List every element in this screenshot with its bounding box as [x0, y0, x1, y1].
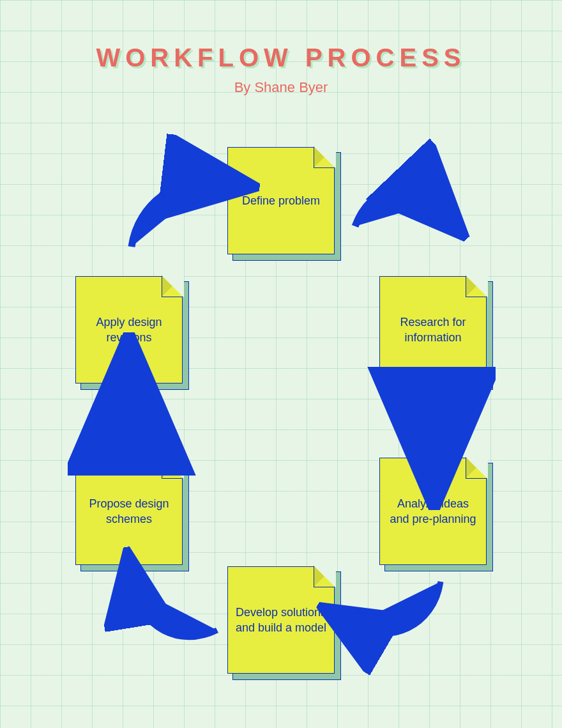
note-label: Propose design schemes	[82, 496, 176, 527]
note-define-problem: Define problem	[227, 147, 335, 254]
arrow-2-to-3	[422, 391, 447, 453]
arrow-4-to-5	[128, 575, 224, 658]
arrow-3-to-4	[345, 575, 447, 658]
note-label: Define problem	[242, 193, 320, 208]
arrow-6-to-1	[121, 166, 217, 262]
arrow-5-to-6	[116, 391, 142, 453]
page-title: WORKFLOW PROCESS	[0, 43, 562, 72]
note-label: Develop solutions and build a model	[234, 605, 328, 636]
note-analyze: Analyze ideas and pre-planning	[379, 458, 487, 565]
note-research: Research for information	[379, 276, 487, 383]
note-label: Research for information	[386, 314, 480, 346]
note-label: Analyze ideas and pre-planning	[386, 496, 480, 527]
arrow-1-to-2	[351, 166, 447, 262]
note-propose: Propose design schemes	[75, 458, 183, 565]
note-label: Apply design revisions	[82, 314, 176, 346]
byline: By Shane Byer	[0, 79, 562, 96]
note-develop: Develop solutions and build a model	[227, 566, 335, 674]
note-apply-revisions: Apply design revisions	[75, 276, 183, 383]
